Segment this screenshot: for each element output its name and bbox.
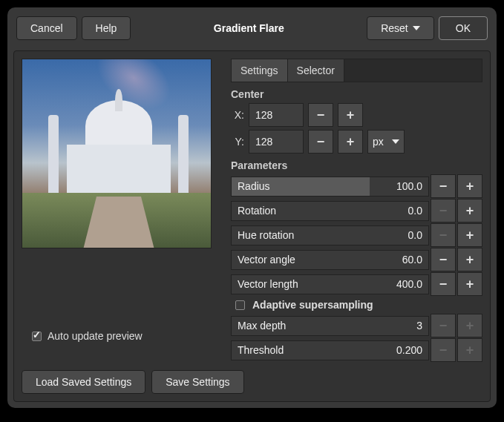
max-depth-label: Max depth	[232, 320, 286, 332]
cancel-button[interactable]: Cancel	[16, 16, 77, 40]
dialog-window: Cancel Help Gradient Flare Reset OK	[7, 7, 497, 408]
threshold-slider[interactable]: Threshold 0.200	[231, 340, 429, 360]
param-row-vector-angle: Vector angle60.0−+	[231, 248, 482, 271]
param-plus-button[interactable]: +	[457, 199, 482, 222]
param-row-vector-length: Vector length400.0−+	[231, 272, 482, 296]
threshold-value: 0.200	[396, 344, 422, 356]
chevron-down-icon	[392, 139, 399, 144]
param-plus-button[interactable]: +	[457, 248, 482, 271]
center-y-row: Y: − + px	[231, 130, 482, 154]
param-value: 60.0	[402, 254, 422, 266]
threshold-label: Threshold	[232, 344, 284, 356]
y-minus-button[interactable]: −	[308, 130, 333, 154]
load-settings-button[interactable]: Load Saved Settings	[22, 370, 145, 394]
auto-update-label: Auto update preview	[48, 330, 143, 342]
max-depth-slider[interactable]: Max depth 3	[231, 316, 429, 336]
param-row-rotation: Rotation0.0−+	[231, 199, 482, 222]
param-label: Hue rotation	[232, 229, 294, 241]
y-input[interactable]	[249, 130, 304, 154]
param-minus-button[interactable]: −	[431, 174, 456, 198]
param-slider[interactable]: Radius100.0	[231, 177, 429, 197]
adaptive-label: Adaptive supersampling	[252, 299, 373, 311]
max-depth-minus-button: −	[431, 314, 456, 337]
param-row-radius: Radius100.0−+	[231, 174, 482, 198]
param-label: Vector length	[232, 278, 298, 290]
save-settings-button[interactable]: Save Settings	[151, 370, 243, 394]
threshold-minus-button: −	[431, 338, 456, 362]
max-depth-plus-button: +	[457, 314, 482, 337]
adaptive-checkbox[interactable]	[235, 300, 245, 310]
param-minus-button[interactable]: −	[431, 272, 456, 296]
param-value: 100.0	[396, 180, 422, 192]
center-x-row: X: − +	[231, 103, 482, 127]
center-section-label: Center	[231, 88, 482, 100]
y-plus-button[interactable]: +	[338, 130, 363, 154]
x-label: X:	[231, 109, 244, 121]
main-row: Auto update preview Settings Selector Ce…	[22, 59, 482, 363]
threshold-row: Threshold 0.200 − +	[231, 338, 482, 362]
param-plus-button[interactable]: +	[457, 223, 482, 247]
tab-bar: Settings Selector	[231, 59, 482, 82]
unit-label: px	[373, 136, 384, 148]
param-slider[interactable]: Vector length400.0	[231, 274, 429, 294]
param-slider[interactable]: Hue rotation0.0	[231, 225, 429, 245]
max-depth-value: 3	[416, 320, 422, 332]
chevron-down-icon	[413, 26, 420, 30]
auto-update-row: Auto update preview	[22, 330, 222, 342]
parameters-section-label: Parameters	[231, 159, 482, 171]
footer-buttons: Load Saved Settings Save Settings	[22, 370, 482, 394]
param-label: Rotation	[232, 205, 276, 217]
param-value: 0.0	[408, 205, 422, 217]
tab-selector[interactable]: Selector	[288, 59, 344, 82]
param-minus-button: −	[431, 199, 456, 222]
param-minus-button: −	[431, 223, 456, 247]
param-plus-button[interactable]: +	[457, 272, 482, 296]
y-label: Y:	[231, 136, 244, 148]
preview-image	[22, 59, 212, 248]
unit-select[interactable]: px	[367, 130, 405, 154]
reset-button[interactable]: Reset	[367, 16, 434, 40]
param-label: Vector angle	[232, 254, 295, 266]
right-column: Settings Selector Center X: − + Y: − +	[231, 59, 482, 363]
max-depth-row: Max depth 3 − +	[231, 314, 482, 337]
threshold-plus-button: +	[457, 338, 482, 362]
param-slider[interactable]: Vector angle60.0	[231, 250, 429, 270]
x-minus-button[interactable]: −	[308, 103, 333, 127]
tab-settings[interactable]: Settings	[232, 59, 288, 82]
param-label: Radius	[232, 180, 270, 192]
help-button[interactable]: Help	[82, 16, 131, 40]
title-bar: Cancel Help Gradient Flare Reset OK	[13, 13, 491, 43]
param-value: 400.0	[396, 278, 422, 290]
param-slider[interactable]: Rotation0.0	[231, 201, 429, 221]
param-row-hue-rotation: Hue rotation0.0−+	[231, 223, 482, 247]
param-minus-button[interactable]: −	[431, 248, 456, 271]
ok-button[interactable]: OK	[439, 16, 488, 40]
reset-label: Reset	[381, 22, 408, 34]
param-plus-button[interactable]: +	[457, 174, 482, 198]
dialog-title: Gradient Flare	[135, 22, 362, 34]
auto-update-checkbox[interactable]	[32, 332, 42, 341]
left-column: Auto update preview	[22, 59, 222, 363]
x-plus-button[interactable]: +	[338, 103, 363, 127]
content-area: Auto update preview Settings Selector Ce…	[13, 50, 491, 402]
param-value: 0.0	[408, 229, 422, 241]
adaptive-supersampling-row: Adaptive supersampling	[235, 299, 482, 311]
x-input[interactable]	[249, 103, 304, 127]
